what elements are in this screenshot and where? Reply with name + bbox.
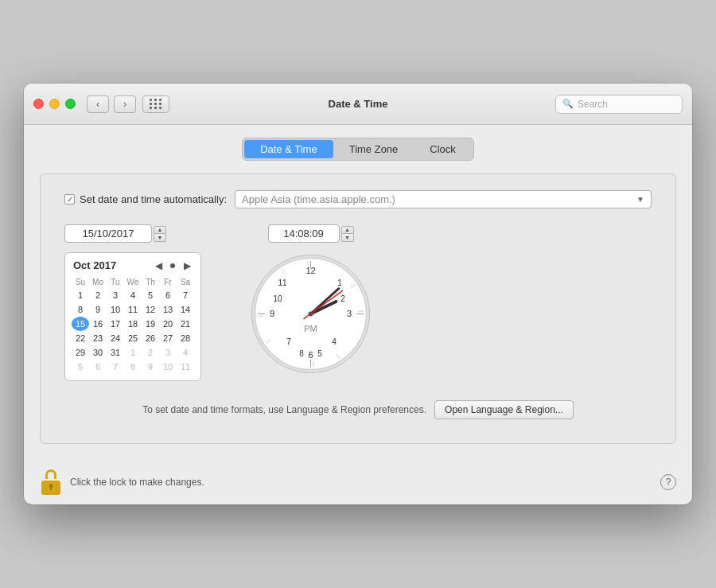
calendar-day-cell[interactable]: 3 xyxy=(107,288,124,302)
calendar-day-cell[interactable]: 1 xyxy=(72,288,89,302)
svg-text:PM: PM xyxy=(304,324,317,333)
date-increment-button[interactable]: ▲ xyxy=(154,226,166,234)
time-decrement-button[interactable]: ▼ xyxy=(341,234,354,242)
calendar-day-cell[interactable]: 9 xyxy=(89,302,107,317)
auto-set-label[interactable]: ✓ Set date and time automatically: xyxy=(64,193,227,205)
calendar-day-cell[interactable]: 7 xyxy=(177,288,194,302)
calendar-month-year: Oct 2017 xyxy=(73,259,116,271)
calendar-header: Oct 2017 ◀ ▶ xyxy=(72,259,194,271)
server-dropdown[interactable]: Apple Asia (time.asia.apple.com.) ▼ xyxy=(235,190,652,208)
window-title: Date & Time xyxy=(329,98,388,110)
calendar-prev-button[interactable]: ◀ xyxy=(153,260,164,271)
calendar-day-cell[interactable]: 26 xyxy=(142,331,159,345)
forward-icon: › xyxy=(123,99,126,110)
calendar-day-cell[interactable]: 7 xyxy=(107,360,124,374)
calendar-day-cell[interactable]: 15 xyxy=(72,317,89,331)
calendar-next-button[interactable]: ▶ xyxy=(181,260,193,271)
calendar-day-cell[interactable]: 8 xyxy=(72,302,89,317)
time-input[interactable]: 14:08:09 xyxy=(268,224,340,243)
lock-shackle xyxy=(45,469,56,479)
svg-text:5: 5 xyxy=(317,349,322,358)
search-box[interactable]: 🔍 Search xyxy=(555,95,683,114)
calendar-day-cell[interactable]: 11 xyxy=(177,360,194,374)
maximize-button[interactable] xyxy=(65,99,76,109)
calendar-day-cell[interactable]: 18 xyxy=(124,317,142,331)
tab-clock[interactable]: Clock xyxy=(414,140,472,158)
calendar-weekday-header: We xyxy=(124,276,142,288)
titlebar: ‹ › Date & Time 🔍 Search xyxy=(24,84,692,125)
back-icon: ‹ xyxy=(96,99,99,110)
calendar-day-cell[interactable]: 21 xyxy=(177,317,194,331)
traffic-lights xyxy=(33,99,76,109)
svg-text:10: 10 xyxy=(273,294,282,303)
calendar-day-cell[interactable]: 30 xyxy=(89,345,107,360)
calendar-day-cell[interactable]: 24 xyxy=(107,331,124,345)
calendar-day-cell[interactable]: 20 xyxy=(159,317,177,331)
minimize-button[interactable] xyxy=(49,99,60,109)
calendar-day-cell[interactable]: 10 xyxy=(159,360,177,374)
svg-text:3: 3 xyxy=(347,309,352,318)
calendar-day-cell[interactable]: 4 xyxy=(124,288,142,302)
tab-time-zone[interactable]: Time Zone xyxy=(333,140,414,158)
time-field: 14:08:09 ▲ ▼ xyxy=(268,224,354,243)
calendar-week-row: 2930311234 xyxy=(72,345,194,360)
app-grid-button[interactable] xyxy=(142,95,169,113)
calendar-day-cell[interactable]: 2 xyxy=(89,288,107,302)
date-stepper: ▲ ▼ xyxy=(154,226,166,242)
calendar-day-cell[interactable]: 25 xyxy=(124,331,142,345)
calendar-day-cell[interactable]: 23 xyxy=(89,331,107,345)
lock-body xyxy=(41,481,60,495)
calendar-day-cell[interactable]: 6 xyxy=(159,288,177,302)
calendar-day-cell[interactable]: 8 xyxy=(124,360,142,374)
calendar-day-cell[interactable]: 29 xyxy=(72,345,89,360)
time-increment-button[interactable]: ▲ xyxy=(341,226,354,234)
calendar-nav: ◀ ▶ xyxy=(153,260,193,271)
calendar-day-cell[interactable]: 3 xyxy=(159,345,177,360)
calendar-day-cell[interactable]: 6 xyxy=(89,360,107,374)
calendar-weekday-header: Sa xyxy=(177,276,194,288)
grid-icon xyxy=(150,99,162,109)
calendar: Oct 2017 ◀ ▶ SuMoTuWeThFrSa 1234567 xyxy=(64,252,201,381)
date-section: 15/10/2017 ▲ ▼ Oct 2017 ◀ xyxy=(64,224,201,381)
tab-date-time[interactable]: Date & Time xyxy=(244,140,333,158)
calendar-day-cell[interactable]: 13 xyxy=(159,302,177,317)
calendar-day-cell[interactable]: 14 xyxy=(177,302,194,317)
calendar-day-cell[interactable]: 12 xyxy=(142,302,159,317)
forward-button[interactable]: › xyxy=(114,95,136,113)
calendar-day-cell[interactable]: 17 xyxy=(107,317,124,331)
calendar-day-cell[interactable]: 28 xyxy=(177,331,194,345)
calendar-grid: SuMoTuWeThFrSa 1234567891011121314151617… xyxy=(72,276,194,374)
calendar-week-row: 15161718192021 xyxy=(72,317,194,331)
clock-face-svg: 12 3 6 9 1 2 4 5 11 10 7 8 xyxy=(249,252,372,376)
calendar-day-cell[interactable]: 11 xyxy=(124,302,142,317)
auto-set-checkbox[interactable]: ✓ xyxy=(64,194,75,204)
analog-clock: 12 3 6 9 1 2 4 5 11 10 7 8 xyxy=(249,252,372,376)
help-button[interactable]: ? xyxy=(660,474,676,490)
date-decrement-button[interactable]: ▼ xyxy=(154,234,166,242)
calendar-day-cell[interactable]: 22 xyxy=(72,331,89,345)
date-input[interactable]: 15/10/2017 xyxy=(64,224,152,243)
calendar-day-cell[interactable]: 31 xyxy=(107,345,124,360)
lock-icon[interactable] xyxy=(40,469,62,495)
calendar-day-cell[interactable]: 4 xyxy=(177,345,194,360)
clock-section: 14:08:09 ▲ ▼ xyxy=(249,224,372,376)
svg-text:7: 7 xyxy=(286,337,291,346)
calendar-weekday-header: Tu xyxy=(107,276,124,288)
calendar-day-cell[interactable]: 19 xyxy=(142,317,159,331)
bottom-info-text: To set date and time formats, use Langua… xyxy=(142,404,426,415)
calendar-today-dot[interactable] xyxy=(170,263,175,268)
calendar-day-cell[interactable]: 1 xyxy=(124,345,142,360)
calendar-day-cell[interactable]: 27 xyxy=(159,331,177,345)
calendar-week-row: 567891011 xyxy=(72,360,194,374)
calendar-day-cell[interactable]: 2 xyxy=(142,345,159,360)
open-language-button[interactable]: Open Language & Region... xyxy=(434,400,574,419)
calendar-day-cell[interactable]: 16 xyxy=(89,317,107,331)
calendar-day-cell[interactable]: 9 xyxy=(142,360,159,374)
svg-text:9: 9 xyxy=(270,309,274,318)
calendar-day-cell[interactable]: 5 xyxy=(142,288,159,302)
back-button[interactable]: ‹ xyxy=(87,95,109,113)
calendar-weekday-header: Fr xyxy=(159,276,177,288)
calendar-day-cell[interactable]: 10 xyxy=(107,302,124,317)
calendar-day-cell[interactable]: 5 xyxy=(72,360,89,374)
close-button[interactable] xyxy=(33,99,44,109)
